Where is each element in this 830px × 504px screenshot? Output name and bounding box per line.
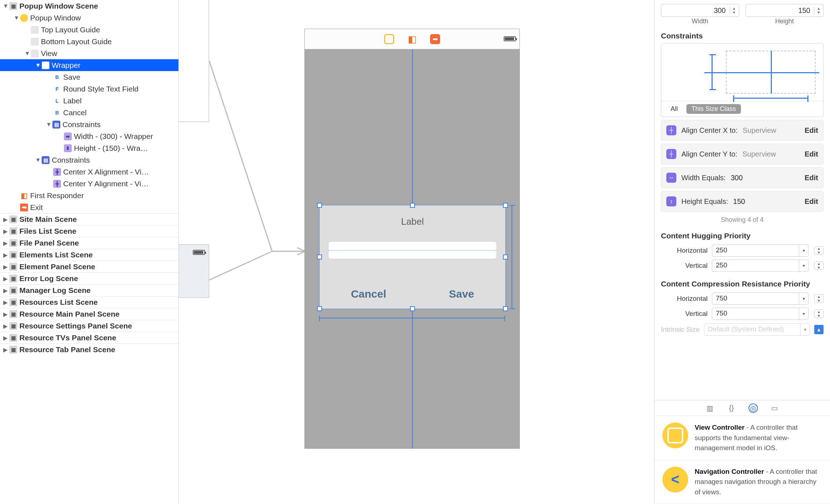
save-button[interactable]: Save — [449, 288, 474, 300]
disclosure-triangle-icon[interactable]: ▼ — [3, 3, 8, 9]
constraints-filter-all[interactable]: All — [666, 104, 683, 114]
chevron-down-icon[interactable]: ▾ — [799, 245, 808, 256]
disclosure-triangle-icon[interactable]: ▶ — [3, 275, 8, 282]
disclosure-triangle-icon[interactable]: ▶ — [3, 287, 8, 294]
outline-first-responder[interactable]: ◧ First Responder — [0, 190, 178, 201]
edit-button[interactable]: Edit — [805, 197, 818, 206]
simulated-device[interactable]: ◧ ➡ Label Cancel Save — [304, 29, 520, 449]
outline-save-button[interactable]: B Save — [0, 71, 178, 83]
stepper-arrows-icon[interactable]: ▲▼ — [814, 6, 823, 14]
disclosure-triangle-icon[interactable]: ▶ — [3, 346, 8, 353]
outline-constraints-group-1[interactable]: ▼ ▤ Constraints — [0, 118, 178, 130]
wrapper-view-selected[interactable]: Label Cancel Save — [319, 205, 506, 309]
scene-resource-main-panel-scene[interactable]: ▶▦Resource Main Panel Scene — [0, 308, 178, 320]
height-value[interactable]: 150 — [746, 6, 814, 15]
scroll-indicator-icon[interactable]: ▲ — [814, 325, 824, 334]
disclosure-triangle-icon[interactable]: ▶ — [3, 323, 8, 330]
popup-label[interactable]: Label — [320, 216, 505, 227]
first-responder-icon[interactable]: ◧ — [407, 34, 417, 44]
disclosure-triangle-icon[interactable]: ▼ — [35, 62, 40, 69]
height-stepper[interactable]: 150 ▲▼ — [746, 4, 824, 17]
media-library-icon[interactable]: ▭ — [770, 403, 779, 413]
constraint-row-width[interactable]: ↔ Width Equals: 300 Edit — [661, 167, 824, 188]
chevron-down-icon[interactable]: ▾ — [799, 293, 808, 304]
ccrp-horizontal-combo[interactable]: 750▾ — [712, 293, 808, 305]
resize-handle[interactable] — [410, 306, 415, 311]
combo-value[interactable]: 750 — [712, 293, 799, 304]
scene-manager-log-scene[interactable]: ▶▦Manager Log Scene — [0, 284, 178, 296]
disclosure-triangle-icon[interactable]: ▼ — [35, 157, 40, 163]
scene-resource-tab-panel-scene[interactable]: ▶▦Resource Tab Panel Scene — [0, 344, 178, 355]
resize-handle[interactable] — [410, 203, 415, 208]
object-library[interactable]: View Controller - A controller that supp… — [654, 416, 830, 504]
outline-constraint-center-x[interactable]: ╋ Center X Alignment - Vi… — [0, 166, 178, 178]
outline-bottom-layout-guide[interactable]: Bottom Layout Guide — [0, 36, 178, 47]
resize-handle[interactable] — [317, 255, 322, 260]
combo-value[interactable]: 750 — [712, 308, 799, 319]
disclosure-triangle-icon[interactable]: ▶ — [3, 252, 8, 258]
chevron-down-icon[interactable]: ▾ — [799, 260, 808, 271]
scene-element-panel-scene[interactable]: ▶▦Element Panel Scene — [0, 261, 178, 272]
scene-file-panel-scene[interactable]: ▶▦File Panel Scene — [0, 237, 178, 249]
combo-value[interactable]: 250 — [712, 260, 799, 271]
constraints-filter-this-size-class[interactable]: This Size Class — [686, 104, 741, 114]
disclosure-triangle-icon[interactable]: ▼ — [24, 50, 29, 57]
outline-wrapper-selected[interactable]: ▼ Wrapper — [0, 59, 178, 71]
width-stepper[interactable]: 300 ▲▼ — [661, 4, 739, 17]
interface-builder-canvas[interactable]: ◧ ➡ Label Cancel Save — [179, 0, 654, 504]
disclosure-triangle-icon[interactable]: ▼ — [46, 121, 51, 128]
constraint-row-height[interactable]: ↕ Height Equals: 150 Edit — [661, 191, 824, 212]
constraint-row-center-y[interactable]: ┼ Align Center Y to: Superview Edit — [661, 144, 824, 164]
resize-handle[interactable] — [503, 306, 508, 311]
edit-button[interactable]: Edit — [805, 150, 818, 158]
outline-top-layout-guide[interactable]: Top Layout Guide — [0, 24, 178, 36]
view-controller-icon[interactable] — [384, 34, 394, 44]
edit-button[interactable]: Edit — [805, 126, 818, 135]
disclosure-triangle-icon[interactable]: ▶ — [3, 311, 8, 318]
outline-view[interactable]: ▼ View — [0, 47, 178, 59]
scene-files-list-scene[interactable]: ▶▦Files List Scene — [0, 225, 178, 237]
code-snippet-library-icon[interactable]: {} — [727, 403, 736, 413]
resize-handle[interactable] — [503, 203, 508, 208]
height-constraint-indicator[interactable] — [512, 205, 512, 309]
outline-constraints-group-2[interactable]: ▼ ▤ Constraints — [0, 154, 178, 166]
library-item-navigation-controller[interactable]: < Navigation Controller - A controller t… — [654, 460, 830, 504]
outline-constraint-center-y[interactable]: ╋ Center Y Alignment - Vi… — [0, 178, 178, 190]
scene-site-main-scene[interactable]: ▶▦Site Main Scene — [0, 213, 178, 225]
stepper-arrows-icon[interactable]: ▲▼ — [814, 261, 824, 270]
constraint-row-center-x[interactable]: ┼ Align Center X to: Superview Edit — [661, 120, 824, 141]
file-template-library-icon[interactable]: ▥ — [705, 403, 715, 413]
chevron-down-icon[interactable]: ▾ — [799, 308, 808, 319]
disclosure-triangle-icon[interactable]: ▶ — [3, 335, 8, 341]
outline-constraint-height[interactable]: ⬍ Height - (150) - Wra… — [0, 142, 178, 154]
scene-popup-window[interactable]: ▼ ▦ Popup Window Scene — [0, 0, 178, 12]
disclosure-triangle-icon[interactable]: ▶ — [3, 216, 8, 223]
object-library-icon[interactable]: ◎ — [749, 403, 758, 413]
disclosure-triangle-icon[interactable]: ▶ — [3, 240, 8, 247]
scene-elements-list-scene[interactable]: ▶▦Elements List Scene — [0, 249, 178, 261]
stepper-arrows-icon[interactable]: ▲▼ — [814, 309, 824, 318]
edit-button[interactable]: Edit — [805, 174, 818, 182]
scene-resources-list-scene[interactable]: ▶▦Resources List Scene — [0, 296, 178, 308]
outline-cancel-button[interactable]: B Cancel — [0, 107, 178, 118]
combo-value[interactable]: 250 — [712, 245, 799, 256]
exit-icon[interactable]: ➡ — [430, 34, 440, 44]
constraints-preview[interactable]: All This Size Class — [661, 43, 824, 117]
disclosure-triangle-icon[interactable]: ▶ — [3, 263, 8, 270]
scene-resource-tvs-panel-scene[interactable]: ▶▦Resource TVs Panel Scene — [0, 332, 178, 344]
resize-handle[interactable] — [317, 306, 322, 311]
library-tabs[interactable]: ▥ {} ◎ ▭ — [654, 400, 830, 416]
resize-handle[interactable] — [503, 255, 508, 260]
ccrp-vertical-combo[interactable]: 750▾ — [712, 308, 808, 320]
resize-handle[interactable] — [317, 203, 322, 208]
popup-textfield[interactable] — [328, 241, 497, 259]
document-outline[interactable]: ▼ ▦ Popup Window Scene ▼ Popup Window To… — [0, 0, 179, 504]
outline-vc-popup-window[interactable]: ▼ Popup Window — [0, 12, 178, 24]
stepper-arrows-icon[interactable]: ▲▼ — [814, 246, 824, 255]
scene-title-bar[interactable]: ◧ ➡ — [305, 29, 519, 49]
outline-constraint-width[interactable]: ⬌ Width - (300) - Wrapper — [0, 130, 178, 142]
chp-horizontal-combo[interactable]: 250▾ — [712, 244, 808, 257]
disclosure-triangle-icon[interactable]: ▶ — [3, 299, 8, 306]
outline-label[interactable]: L Label — [0, 95, 178, 107]
outline-exit[interactable]: ➡ Exit — [0, 201, 178, 213]
